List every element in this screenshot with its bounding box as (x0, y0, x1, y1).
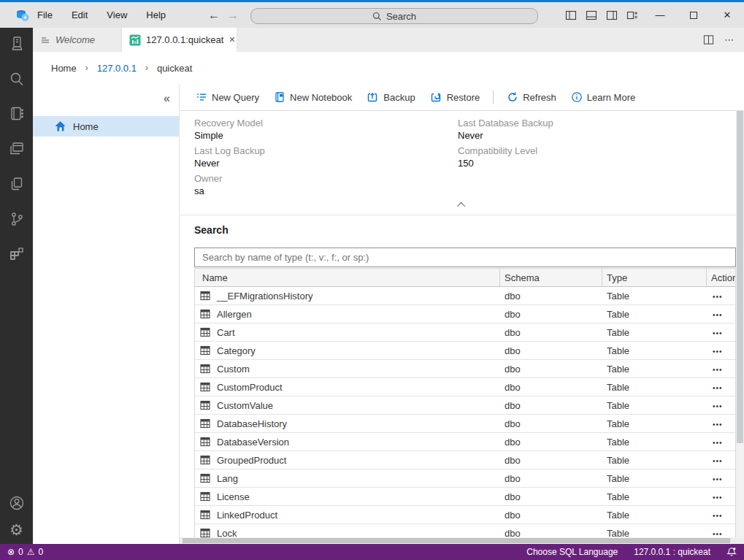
row-actions-button[interactable]: ••• (713, 384, 723, 392)
row-actions-button[interactable]: ••• (713, 311, 723, 319)
table-row[interactable]: Allergen dbo Table ••• (195, 305, 735, 323)
problems-status[interactable]: ⊗ 0 ⚠ 0 (7, 547, 43, 557)
table-row[interactable]: __EFMigrationsHistory dbo Table ••• (195, 287, 735, 305)
collapse-properties-button[interactable] (454, 200, 470, 210)
minimize-button[interactable]: — (643, 2, 677, 28)
vertical-scrollbar-thumb[interactable] (737, 111, 743, 443)
copy-pages-icon[interactable] (0, 175, 33, 193)
row-actions-button[interactable]: ••• (713, 530, 723, 538)
split-editor-icon[interactable] (703, 34, 714, 45)
notifications-bell-icon[interactable] (726, 547, 737, 557)
table-row[interactable]: Lang dbo Table ••• (195, 469, 735, 488)
row-actions-button[interactable]: ••• (713, 366, 723, 374)
account-icon[interactable] (0, 494, 33, 512)
breadcrumb-database[interactable]: quickeat (157, 63, 192, 74)
table-row[interactable]: DatabaseVersion dbo Table ••• (195, 433, 735, 451)
object-type: Table (602, 364, 707, 375)
extensions-icon[interactable] (0, 245, 33, 263)
source-control-icon[interactable] (0, 210, 33, 228)
maximize-icon (690, 12, 697, 19)
back-arrow-icon[interactable]: ← (208, 9, 220, 22)
row-actions-button[interactable]: ••• (713, 512, 723, 520)
toggle-secondary-sidebar-icon[interactable] (602, 6, 621, 25)
column-header-actions[interactable]: Actions (707, 269, 735, 286)
object-type: Table (602, 491, 707, 502)
row-actions-button[interactable]: ••• (713, 494, 723, 502)
row-actions-button[interactable]: ••• (713, 421, 723, 429)
table-row[interactable]: License dbo Table ••• (195, 488, 735, 506)
notebooks-icon[interactable] (0, 105, 33, 123)
row-actions-button[interactable]: ••• (713, 402, 723, 410)
table-row[interactable]: CustomProduct dbo Table ••• (195, 378, 735, 396)
toggle-panel-icon[interactable] (582, 6, 601, 25)
titlebar: File Edit View Help ← → Search — ✕ (0, 0, 744, 28)
explorer-icon[interactable] (0, 140, 33, 158)
horizontal-scrollbar[interactable] (180, 537, 744, 544)
menu-edit[interactable]: Edit (62, 2, 97, 28)
close-window-button[interactable]: ✕ (710, 2, 744, 28)
language-mode-status[interactable]: Choose SQL Language (526, 547, 618, 557)
row-actions-button[interactable]: ••• (713, 439, 723, 447)
property-value: Never (194, 157, 265, 169)
table-row[interactable]: GroupedProduct dbo Table ••• (195, 451, 735, 469)
vertical-scrollbar[interactable] (736, 111, 744, 544)
menu-file[interactable]: File (28, 2, 62, 28)
new-query-button[interactable]: New Query (188, 88, 266, 107)
horizontal-scrollbar-thumb[interactable] (183, 538, 730, 543)
tab-welcome[interactable]: Welcome (33, 28, 122, 52)
table-row[interactable]: Cart dbo Table ••• (195, 323, 735, 342)
breadcrumb-home[interactable]: Home (51, 63, 77, 74)
object-schema: dbo (500, 418, 602, 429)
sidebar-item-home[interactable]: Home (33, 116, 179, 137)
dashboard-toolbar: New Query New Notebook Backup Restore Re… (180, 84, 744, 111)
maximize-button[interactable] (677, 2, 710, 28)
search-box-label: Search (386, 11, 416, 22)
tab-label: 127.0.0.1:quickeat (146, 34, 223, 45)
refresh-button[interactable]: Refresh (499, 88, 564, 107)
menu-view[interactable]: View (97, 2, 137, 28)
forward-arrow-icon[interactable]: → (227, 9, 239, 22)
table-grid-icon (200, 382, 210, 392)
connections-icon[interactable] (0, 35, 33, 53)
table-row[interactable]: Category dbo Table ••• (195, 342, 735, 360)
table-row[interactable]: CustomValue dbo Table ••• (195, 396, 735, 415)
table-row[interactable]: Custom dbo Table ••• (195, 360, 735, 378)
object-schema: dbo (500, 473, 602, 484)
button-label: Refresh (523, 92, 556, 103)
breadcrumb-server[interactable]: 127.0.0.1 (97, 63, 137, 74)
settings-gear-icon[interactable]: ⚙ (0, 521, 33, 538)
row-actions-button[interactable]: ••• (713, 293, 723, 301)
command-search-box[interactable]: Search (250, 8, 538, 24)
tab-close-icon[interactable]: ✕ (229, 35, 235, 45)
column-header-name[interactable]: Name (195, 269, 500, 286)
property-label: Owner (194, 173, 265, 185)
customize-layout-icon[interactable] (623, 6, 642, 25)
learn-more-button[interactable]: Learn More (564, 88, 643, 107)
menubar: File Edit View Help (28, 2, 175, 28)
row-actions-button[interactable]: ••• (713, 475, 723, 483)
table-row[interactable]: LinkedProduct dbo Table ••• (195, 506, 735, 524)
backup-button[interactable]: Backup (359, 88, 422, 107)
row-actions-button[interactable]: ••• (713, 329, 723, 337)
restore-button[interactable]: Restore (423, 88, 488, 107)
row-actions-button[interactable]: ••• (713, 457, 723, 465)
object-search-input[interactable] (194, 248, 736, 267)
column-header-schema[interactable]: Schema (500, 269, 602, 286)
object-name: DatabaseHistory (217, 418, 287, 429)
table-grid-icon (200, 345, 210, 356)
object-schema: dbo (500, 455, 602, 466)
menu-help[interactable]: Help (137, 2, 175, 28)
column-header-type[interactable]: Type (602, 269, 707, 286)
table-row[interactable]: DatabaseHistory dbo Table ••• (195, 415, 735, 433)
toggle-primary-sidebar-icon[interactable] (561, 6, 580, 25)
property-label: Recovery Model (194, 118, 265, 129)
search-sidebar-icon[interactable] (0, 70, 33, 88)
tab-dashboard[interactable]: 127.0.0.1:quickeat ✕ (122, 28, 237, 52)
collapse-sidebar-icon[interactable]: « (164, 92, 170, 105)
row-actions-button[interactable]: ••• (713, 348, 723, 356)
connection-status[interactable]: 127.0.0.1 : quickeat (634, 547, 710, 557)
object-name: Cart (217, 327, 235, 338)
new-notebook-button[interactable]: New Notebook (266, 88, 359, 107)
tabbar-actions: ⋯ (703, 28, 744, 52)
more-actions-icon[interactable]: ⋯ (724, 34, 734, 45)
